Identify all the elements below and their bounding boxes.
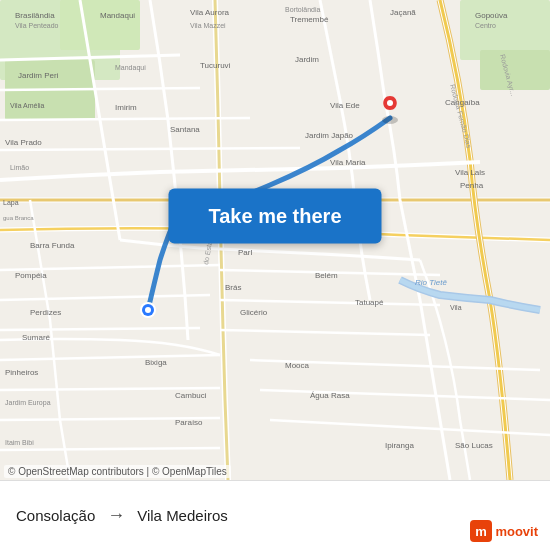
svg-text:Tatuapé: Tatuapé: [355, 298, 384, 307]
svg-text:Perdizes: Perdizes: [30, 308, 61, 317]
svg-text:Gopoúva: Gopoúva: [475, 11, 508, 20]
svg-point-81: [145, 307, 151, 313]
take-me-there-button[interactable]: Take me there: [168, 189, 381, 244]
svg-text:Centro: Centro: [475, 22, 496, 29]
svg-text:Glicério: Glicério: [240, 308, 268, 317]
destination-label: Vila Medeiros: [137, 507, 228, 524]
svg-text:Vila Prado: Vila Prado: [5, 138, 42, 147]
svg-text:Mandaqui: Mandaqui: [115, 64, 146, 72]
svg-text:Penha: Penha: [460, 181, 484, 190]
svg-text:Parl: Parl: [238, 248, 252, 257]
svg-point-76: [382, 116, 398, 124]
svg-text:Cambuci: Cambuci: [175, 391, 207, 400]
svg-text:Vila: Vila: [450, 304, 462, 311]
direction-arrow: →: [107, 505, 125, 526]
svg-text:Vila Amélia: Vila Amélia: [10, 102, 45, 109]
svg-rect-3: [60, 0, 140, 50]
svg-text:Rio Tietê: Rio Tietê: [415, 278, 447, 287]
svg-text:m: m: [476, 524, 488, 539]
svg-point-78: [387, 100, 393, 106]
svg-text:Limão: Limão: [10, 164, 29, 171]
svg-text:Jardim Japão: Jardim Japão: [305, 131, 354, 140]
svg-text:Barra Funda: Barra Funda: [30, 241, 75, 250]
svg-text:Brás: Brás: [225, 283, 241, 292]
svg-text:Vila Penteado: Vila Penteado: [15, 22, 59, 29]
map-container: Brasilândia Vila Penteado Mandaqui Vila …: [0, 0, 550, 480]
svg-text:Tucuruvi: Tucuruvi: [200, 61, 231, 70]
svg-text:Vila Mazzei: Vila Mazzei: [190, 22, 226, 29]
svg-text:Sumaré: Sumaré: [22, 333, 51, 342]
svg-text:Pinheiros: Pinheiros: [5, 368, 38, 377]
svg-text:Vila Aurora: Vila Aurora: [190, 8, 230, 17]
footer-bar: Consolação → Vila Medeiros m moovit: [0, 480, 550, 550]
svg-text:Água Rasa: Água Rasa: [310, 391, 350, 400]
svg-text:Belém: Belém: [315, 271, 338, 280]
svg-text:Vila Ede: Vila Ede: [330, 101, 360, 110]
svg-text:Jardim Peri: Jardim Peri: [18, 71, 59, 80]
svg-text:Paraíso: Paraíso: [175, 418, 203, 427]
moovit-logo: m moovit: [470, 520, 538, 542]
svg-text:Itaim Bibi: Itaim Bibi: [5, 439, 34, 446]
attribution-text: © OpenStreetMap contributors | © OpenMap…: [8, 466, 227, 477]
svg-text:gua Branca: gua Branca: [3, 215, 34, 221]
svg-text:Lapa: Lapa: [3, 199, 19, 207]
svg-text:São Lucas: São Lucas: [455, 441, 493, 450]
svg-text:Bortolândia: Bortolândia: [285, 6, 321, 13]
svg-text:Vila Lals: Vila Lals: [455, 168, 485, 177]
svg-text:Pompéia: Pompéia: [15, 271, 47, 280]
svg-text:Mooca: Mooca: [285, 361, 310, 370]
svg-text:Imirim: Imirim: [115, 103, 137, 112]
origin-label: Consolação: [16, 507, 95, 524]
svg-text:Jaçanã: Jaçanã: [390, 8, 416, 17]
moovit-text: moovit: [495, 524, 538, 539]
svg-text:Vila Maria: Vila Maria: [330, 158, 366, 167]
map-attribution: © OpenStreetMap contributors | © OpenMap…: [4, 465, 231, 478]
svg-text:Brasilândia: Brasilândia: [15, 11, 55, 20]
svg-text:Santana: Santana: [170, 125, 200, 134]
svg-text:Tremembé: Tremembé: [290, 15, 329, 24]
svg-text:Jardim Europa: Jardim Europa: [5, 399, 51, 407]
svg-text:Jardim: Jardim: [295, 55, 319, 64]
moovit-icon: m: [470, 520, 492, 542]
svg-text:Ipiranga: Ipiranga: [385, 441, 414, 450]
svg-text:Mandaqui: Mandaqui: [100, 11, 135, 20]
svg-text:Bixiga: Bixiga: [145, 358, 167, 367]
